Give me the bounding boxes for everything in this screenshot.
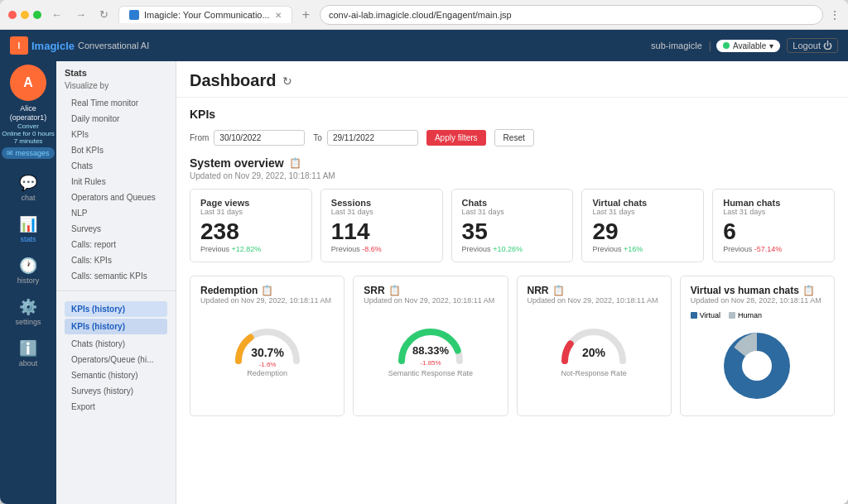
- sidebar-link-surveys-history[interactable]: Surveys (history): [65, 383, 167, 399]
- pie-chart-svg: [716, 324, 798, 407]
- stats-icon: 📊: [19, 215, 37, 233]
- filter-from-group: From: [190, 130, 305, 146]
- sidebar-link-kpis-history-sub[interactable]: KPIs (history): [71, 322, 161, 331]
- browser-tab[interactable]: Imagicle: Your Communicatio... ✕: [118, 6, 292, 23]
- nrr-title: NRR 📋: [528, 285, 661, 296]
- sidebar-link-daily-monitor[interactable]: Daily monitor: [65, 111, 167, 127]
- stats-label: stats: [20, 235, 36, 243]
- sidebar-link-real-time-monitor[interactable]: Real Time monitor: [65, 95, 167, 111]
- maximize-dot[interactable]: [33, 11, 41, 19]
- svg-text:88.33%: 88.33%: [412, 344, 450, 357]
- human-chats-title: Human chats: [723, 198, 824, 208]
- nav-items: 💬 chat 📊 stats 🕐 history ⚙️ settings: [0, 167, 56, 374]
- forward-button[interactable]: →: [72, 7, 89, 22]
- pie-chart-container: [691, 324, 824, 407]
- main-layout: A Alice (operator1) Conver Online for 0 …: [0, 61, 848, 504]
- address-bar-area: conv-ai-lab.imagicle.cloud/Engagent/main…: [320, 5, 823, 25]
- brand-sub: Conversational AI: [78, 41, 149, 50]
- user-status: Conver: [17, 122, 39, 130]
- virtual-legend-item: Virtual: [691, 311, 720, 319]
- content-area: Dashboard ↻ KPIs From To: [176, 61, 848, 504]
- sidebar-link-export[interactable]: Export: [65, 399, 167, 415]
- sidebar-stats-section: Stats Visualize by Real Time monitor Dai…: [56, 61, 176, 287]
- sidebar-link-operators-queue-history[interactable]: Operators/Queue (hi...: [65, 352, 167, 367]
- virtual-vs-human-title: Virtual vs human chats 📋: [691, 285, 824, 296]
- sidebar-link-calls-kpis[interactable]: Calls: KPIs: [65, 252, 167, 268]
- nrr-updated: Updated on Nov 29, 2022, 10:18:11 AM: [528, 296, 661, 305]
- new-tab-button[interactable]: +: [299, 7, 313, 22]
- sidebar-item-about[interactable]: ℹ️ about: [0, 333, 56, 374]
- human-chats-change: -57.14%: [754, 245, 783, 253]
- sessions-prev: Previous -8.6%: [331, 245, 432, 253]
- browser-traffic-lights: [8, 11, 41, 19]
- browser-actions: ⋮: [830, 9, 840, 21]
- page-views-prev: Previous +12.82%: [200, 245, 301, 253]
- sidebar-link-kpis-history[interactable]: KPIs (history): [65, 301, 167, 317]
- stat-card-virtual-chats: Virtual chats Last 31 days 29 Previous +…: [581, 189, 704, 262]
- sidebar-item-stats[interactable]: 📊 stats: [0, 209, 56, 250]
- sidebar-link-nlp[interactable]: NLP: [65, 205, 167, 221]
- sidebar-visualize-by: Visualize by: [65, 81, 167, 90]
- status-label: Available: [733, 41, 766, 50]
- redemption-gauge: 30.7% -1.6%: [200, 311, 334, 369]
- from-date-input[interactable]: [214, 130, 305, 146]
- system-overview-updated: Updated on Nov 29, 2022, 10:18:11 AM: [190, 171, 835, 180]
- to-date-input[interactable]: [327, 130, 418, 146]
- user-name: Alice (operator1): [0, 104, 56, 122]
- sidebar-link-chats-history[interactable]: Chats (history): [65, 336, 167, 352]
- sidebar-item-chat[interactable]: 💬 chat: [0, 167, 56, 209]
- stat-card-sessions: Sessions Last 31 days 114 Previous -8.6%: [320, 189, 443, 262]
- sidebar-item-history[interactable]: 🕐 history: [0, 250, 56, 291]
- sidebar-item-settings[interactable]: ⚙️ settings: [0, 291, 56, 333]
- pie-legend: Virtual Human: [691, 311, 824, 319]
- back-button[interactable]: ←: [48, 7, 65, 22]
- sessions-title: Sessions: [331, 198, 432, 208]
- copy-icon[interactable]: 📋: [289, 157, 301, 169]
- sidebar-link-semantic-history[interactable]: Semantic (history): [65, 367, 167, 383]
- about-icon: ℹ️: [19, 339, 37, 358]
- chats-change: +10.26%: [493, 245, 523, 253]
- messages-badge[interactable]: ✉ messages: [2, 147, 54, 159]
- srr-gauge: 88.33% -1.85%: [364, 311, 497, 369]
- user-online-status: Online for 0 hours 7 minutes: [0, 130, 56, 145]
- redemption-updated: Updated on Nov 29, 2022, 10:18:11 AM: [200, 296, 334, 305]
- dashboard-header: Dashboard ↻: [176, 61, 848, 98]
- logout-button[interactable]: Logout ⏻: [787, 38, 838, 53]
- status-chevron: ▾: [769, 41, 773, 50]
- reset-button[interactable]: Reset: [494, 129, 534, 146]
- filter-to-group: To: [313, 130, 418, 146]
- address-bar[interactable]: conv-ai-lab.imagicle.cloud/Engagent/main…: [320, 5, 823, 25]
- redemption-copy-icon[interactable]: 📋: [261, 285, 273, 296]
- sidebar-wide: Stats Visualize by Real Time monitor Dai…: [56, 61, 176, 504]
- apply-filters-button[interactable]: Apply filters: [426, 130, 486, 146]
- sidebar-link-chats[interactable]: Chats: [65, 158, 167, 174]
- chats-prev: Previous +10.26%: [462, 245, 563, 253]
- sidebar-link-kpis[interactable]: KPIs: [65, 127, 167, 142]
- virtual-legend-label: Virtual: [700, 311, 720, 319]
- reload-button[interactable]: ↻: [96, 7, 112, 22]
- sessions-change: -8.6%: [362, 245, 382, 253]
- sessions-period: Last 31 days: [331, 208, 432, 216]
- sidebar-link-init-rules[interactable]: Init Rules: [65, 174, 167, 190]
- srr-title: SRR 📋: [364, 285, 497, 296]
- sidebar-link-surveys[interactable]: Surveys: [65, 221, 167, 237]
- minimize-dot[interactable]: [21, 11, 29, 19]
- system-overview: System overview 📋 Updated on Nov 29, 202…: [190, 156, 835, 262]
- tab-close-button[interactable]: ✕: [275, 11, 282, 20]
- sidebar-link-calls-report[interactable]: Calls: report: [65, 237, 167, 252]
- virtual-vs-human-copy-icon[interactable]: 📋: [802, 285, 815, 296]
- human-legend-dot: [729, 312, 735, 319]
- extensions-icon[interactable]: ⋮: [830, 9, 840, 21]
- close-dot[interactable]: [8, 11, 17, 19]
- virtual-chats-value: 29: [592, 219, 693, 245]
- sidebar-link-bot-kpis[interactable]: Bot KPIs: [65, 142, 167, 158]
- nrr-copy-icon[interactable]: 📋: [552, 285, 565, 296]
- redemption-label: Redemption: [200, 369, 334, 377]
- settings-label: settings: [15, 318, 41, 326]
- refresh-icon[interactable]: ↻: [282, 74, 292, 88]
- srr-copy-icon[interactable]: 📋: [388, 285, 401, 296]
- nav-status[interactable]: Available ▾: [716, 40, 780, 52]
- sidebar-link-operators-queues[interactable]: Operators and Queues: [65, 190, 167, 205]
- sidebar-link-calls-semantic[interactable]: Calls: semantic KPIs: [65, 268, 167, 284]
- svg-text:30.7%: 30.7%: [251, 346, 284, 359]
